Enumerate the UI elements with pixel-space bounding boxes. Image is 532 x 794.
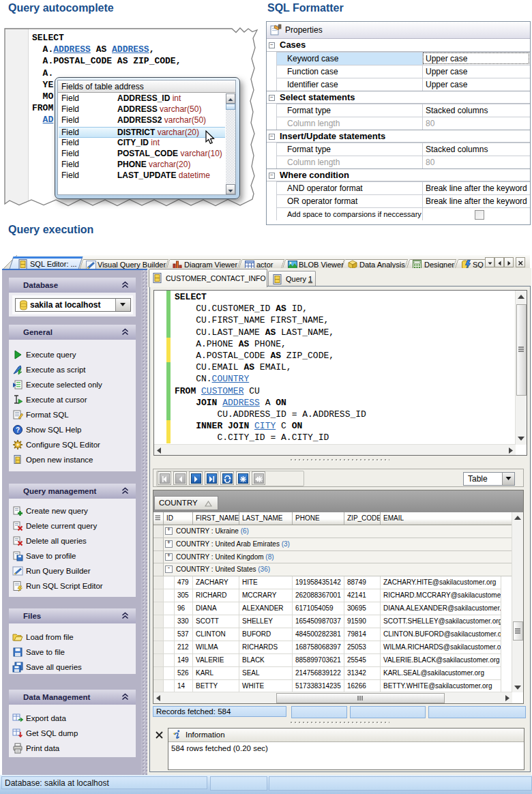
svg-text:?: ? — [16, 426, 20, 434]
